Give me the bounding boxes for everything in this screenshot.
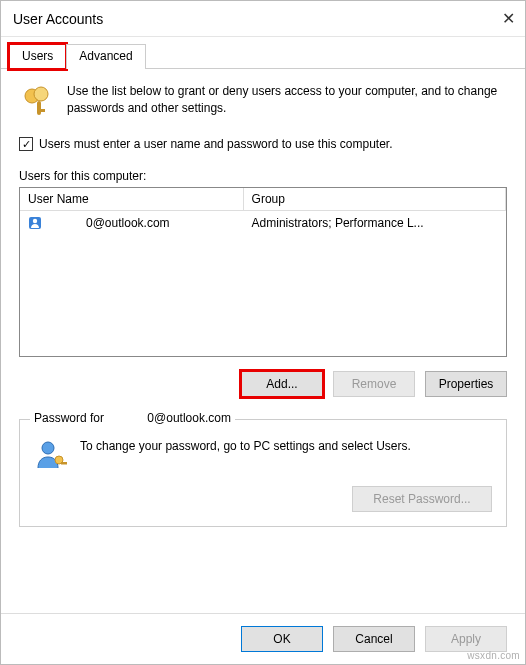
password-help-text: To change your password, go to PC settin… [80,438,411,472]
tab-advanced[interactable]: Advanced [66,44,145,69]
window-title: User Accounts [13,11,103,27]
svg-point-1 [34,87,48,101]
add-button[interactable]: Add... [241,371,323,397]
svg-point-6 [42,442,54,454]
dialog-footer: OK Cancel Apply [1,613,525,664]
users-list-label: Users for this computer: [19,169,507,183]
svg-rect-2 [37,101,41,115]
require-password-checkbox-row[interactable]: ✓ Users must enter a user name and passw… [19,137,507,151]
require-password-checkbox[interactable]: ✓ [19,137,33,151]
reset-password-button: Reset Password... [352,486,492,512]
intro-text: Use the list below to grant or deny user… [67,83,507,119]
password-groupbox-legend: Password for ······0@outlook.com [30,411,235,425]
user-key-icon [34,438,68,472]
tab-strip: Users Advanced [1,37,525,69]
ok-button[interactable]: OK [241,626,323,652]
column-group[interactable]: Group [244,188,506,210]
password-groupbox: Password for ······0@outlook.com To chan… [19,419,507,527]
keys-users-icon [19,83,55,119]
listview-header: User Name Group [20,188,506,211]
close-icon[interactable]: ✕ [475,9,515,28]
svg-rect-3 [37,109,45,112]
user-icon [28,216,42,230]
users-listview[interactable]: User Name Group ········0@outlook.com Ad… [19,187,507,357]
cell-user-name: ········0@outlook.com [20,214,244,232]
svg-point-5 [33,219,37,223]
titlebar: User Accounts ✕ [1,1,525,37]
table-row[interactable]: ········0@outlook.com Administrators; Pe… [20,211,506,235]
cell-group: Administrators; Performance L... [244,214,506,232]
cancel-button[interactable]: Cancel [333,626,415,652]
tab-users[interactable]: Users [9,44,66,69]
column-user-name[interactable]: User Name [20,188,244,210]
properties-button[interactable]: Properties [425,371,507,397]
watermark: wsxdn.com [467,650,520,661]
intro-row: Use the list below to grant or deny user… [19,83,507,119]
svg-rect-8 [61,462,67,465]
tab-content-users: Use the list below to grant or deny user… [1,69,525,613]
user-accounts-dialog: User Accounts ✕ Users Advanced Use the l… [0,0,526,665]
require-password-label: Users must enter a user name and passwor… [39,137,393,151]
apply-button: Apply [425,626,507,652]
user-buttons-row: Add... Remove Properties [19,371,507,397]
remove-button: Remove [333,371,415,397]
